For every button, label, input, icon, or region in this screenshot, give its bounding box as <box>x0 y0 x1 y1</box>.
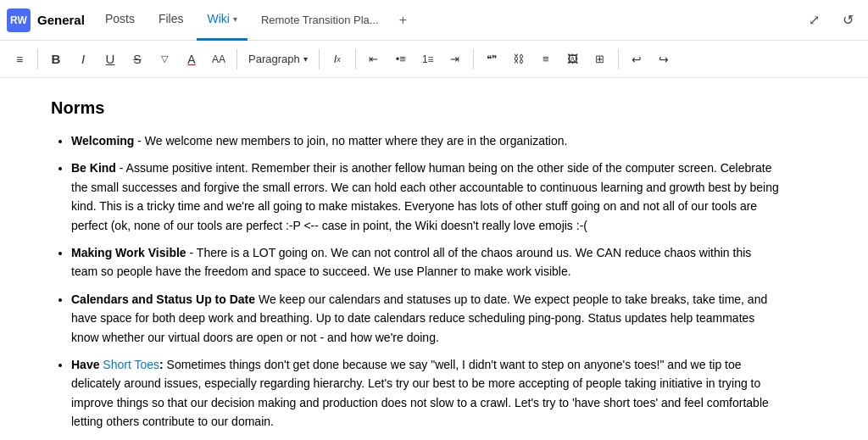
short-toes-link[interactable]: Short Toes <box>103 358 159 371</box>
italic-icon: I <box>81 52 85 66</box>
image-button[interactable]: 🖼 <box>560 47 586 72</box>
editor-document: Norms Welcoming - We welcome new members… <box>51 98 780 420</box>
quote-button[interactable]: ❝❞ <box>479 47 504 72</box>
tab-posts[interactable]: Posts <box>95 0 145 41</box>
term-be-kind: Be Kind <box>71 161 116 175</box>
tab-files-label: Files <box>159 12 184 25</box>
tab-remote-transition[interactable]: Remote Transition Pla... <box>251 0 389 41</box>
team-name: General <box>37 13 85 27</box>
refresh-icon: ↺ <box>843 12 854 28</box>
undo-icon: ↩ <box>632 53 642 66</box>
bold-icon: B <box>52 52 61 66</box>
font-size-button[interactable]: AA <box>206 47 231 72</box>
tab-posts-label: Posts <box>105 12 135 25</box>
list-ordered-icon: 1≡ <box>422 53 434 65</box>
add-tab-button[interactable]: + <box>392 0 414 41</box>
table-button[interactable]: ⊞ <box>587 47 613 72</box>
list-item: Have Short Toes: Sometimes things don't … <box>71 355 780 432</box>
document-heading: Norms <box>51 98 780 118</box>
font-color-icon: A <box>187 53 195 66</box>
link-icon: ⛓ <box>513 53 524 65</box>
bold-button[interactable]: B <box>43 47 69 72</box>
strikethrough-icon: S <box>133 53 141 66</box>
app-icon: RW <box>7 8 31 32</box>
list-item: Calendars and Status Up to Date We keep … <box>71 290 780 347</box>
list-ordered-button[interactable]: 1≡ <box>415 47 441 72</box>
expand-button[interactable]: ⤢ <box>800 7 827 34</box>
tab-wiki-label: Wiki <box>207 12 229 25</box>
undo-button[interactable]: ↩ <box>624 47 649 72</box>
top-navigation-bar: RW General Posts Files Wiki ▾ Remote Tra… <box>0 0 868 41</box>
expand-icon: ⤢ <box>809 12 820 28</box>
toolbar-separator-6 <box>618 49 619 70</box>
toolbar-separator-5 <box>473 49 474 70</box>
table-icon: ⊞ <box>595 53 604 65</box>
item-welcoming-text: - We welcome new members to join, no mat… <box>137 134 567 148</box>
toolbar-separator-1 <box>37 49 38 70</box>
highlight-button[interactable]: ▽ <box>152 47 177 72</box>
term-colon: : <box>159 358 164 371</box>
indent-icon: ⇥ <box>450 53 459 65</box>
redo-icon: ↪ <box>659 53 669 66</box>
image-icon: 🖼 <box>567 53 578 65</box>
quote-icon: ❝❞ <box>487 53 497 65</box>
toolbar-separator-4 <box>355 49 356 70</box>
refresh-button[interactable]: ↺ <box>834 7 861 34</box>
tab-wiki[interactable]: Wiki ▾ <box>197 0 247 41</box>
font-color-button[interactable]: A <box>179 47 204 72</box>
underline-icon: U <box>106 52 115 66</box>
italic-button[interactable]: I <box>70 47 96 72</box>
toolbar-separator-2 <box>236 49 237 70</box>
hamburger-menu-button[interactable]: ≡ <box>7 47 32 72</box>
hamburger-icon: ≡ <box>16 53 23 66</box>
underline-button[interactable]: U <box>97 47 123 72</box>
text-align-button[interactable]: ≡ <box>533 47 559 72</box>
list-item: Making Work Visible - There is a LOT goi… <box>71 243 780 281</box>
toolbar-separator-3 <box>319 49 320 70</box>
font-size-icon: AA <box>212 53 225 65</box>
list-bullet-button[interactable]: •≡ <box>388 47 414 72</box>
top-bar-right-actions: ⤢ ↺ <box>800 7 861 34</box>
term-have: Have <box>71 358 103 371</box>
redo-button[interactable]: ↪ <box>651 47 676 72</box>
term-calendars: Calendars and Status Up to Date <box>71 292 255 306</box>
item-be-kind-text: - Assume positive intent. Remember their… <box>71 161 779 231</box>
paragraph-label: Paragraph <box>248 53 300 65</box>
clear-format-button[interactable]: Ix <box>325 47 350 72</box>
editor-content-area[interactable]: Norms Welcoming - We welcome new members… <box>0 78 868 440</box>
add-tab-icon: + <box>399 13 407 28</box>
list-item: Be Kind - Assume positive intent. Rememb… <box>71 159 780 235</box>
link-button[interactable]: ⛓ <box>506 47 531 72</box>
highlight-icon: ▽ <box>161 53 168 64</box>
strikethrough-button[interactable]: S <box>125 47 150 72</box>
norms-list: Welcoming - We welcome new members to jo… <box>51 131 780 440</box>
paragraph-chevron-icon: ▾ <box>303 54 308 64</box>
item-short-toes-text: Sometimes things don't get done because … <box>71 358 769 428</box>
tab-files[interactable]: Files <box>148 0 194 41</box>
paragraph-style-select[interactable]: Paragraph ▾ <box>242 50 314 68</box>
wiki-chevron-icon: ▾ <box>233 14 237 24</box>
align-left-button[interactable]: ⇤ <box>361 47 387 72</box>
tab-remote-label: Remote Transition Pla... <box>261 14 379 26</box>
indent-button[interactable]: ⇥ <box>442 47 468 72</box>
list-item: Welcoming - We welcome new members to jo… <box>71 131 780 150</box>
term-welcoming: Welcoming <box>71 134 134 148</box>
formatting-toolbar: ≡ B I U S ▽ A AA Paragraph ▾ Ix ⇤ •≡ 1≡ … <box>0 41 868 78</box>
text-align-icon: ≡ <box>542 53 549 65</box>
align-left-icon: ⇤ <box>369 53 378 65</box>
list-bullet-icon: •≡ <box>396 53 406 65</box>
term-making-work-visible: Making Work Visible <box>71 246 186 259</box>
